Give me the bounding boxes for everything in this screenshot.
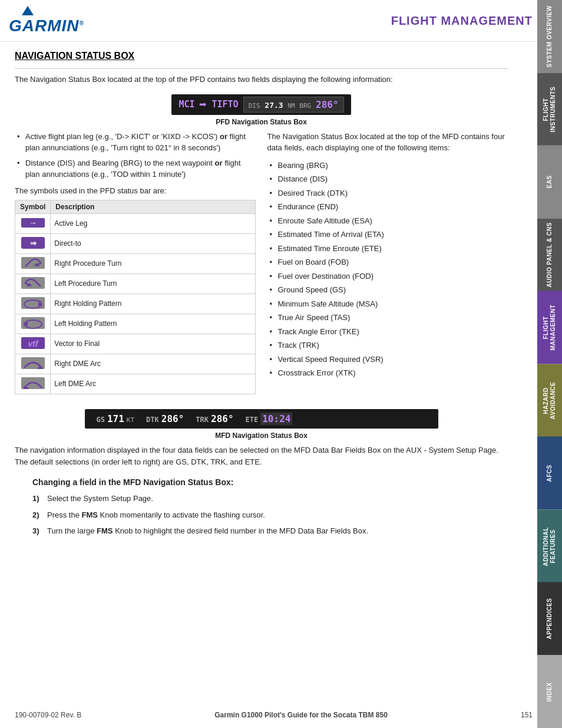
garmin-wordmark: GARMIN® [9,17,84,35]
sidebar-item-flight-management[interactable]: FLIGHT MANAGEMENT [537,291,562,364]
table-row: vtf Vector to Final [15,334,256,354]
sidebar-item-label: FLIGHT INSTRUMENTS [543,77,557,143]
table-row: Left Holding Pattern [15,314,256,334]
step-number: 3) [32,525,44,537]
sidebar-item-label: INDEX [546,682,553,701]
description-cell: Right Procedure Turn [51,253,255,274]
list-item: Estimated Time Enroute (ETE) [267,243,508,255]
step-item: 2) Press the FMS Knob momentarily to act… [32,509,508,521]
description-cell: Left DME Arc [51,374,255,394]
garmin-triangle-icon [22,6,34,15]
sidebar-item-label: APPENDICES [546,598,553,640]
symbol-cell [15,253,51,274]
two-column-section: Active flight plan leg (e.g., 'D-> KICT'… [15,131,508,400]
garmin-logo: GARMIN® [9,6,84,35]
list-item: Desired Track (DTK) [267,187,508,199]
right-dme-arc-icon [21,356,45,370]
main-content: NAVIGATION STATUS BOX The Navigation Sta… [0,42,537,551]
sidebar-item-additional-features[interactable]: ADDITIONAL FEATURES [537,510,562,583]
step-item: 3) Turn the large FMS Knob to highlight … [32,525,508,537]
sidebar-item-flight-instruments[interactable]: FLIGHT INSTRUMENTS [537,73,562,146]
table-row: Left Procedure Turn [15,274,256,294]
step-text: Press the FMS Knob momentarily to activa… [47,509,265,521]
mfd-trk-field: TRK 286° [196,413,233,424]
pfd-dis-unit: NM [287,103,295,109]
footer-page-number: 151 [521,711,533,719]
list-item: Track (TRK) [267,340,508,351]
steps-list: 1) Select the System Setup Page. 2) Pres… [32,493,508,537]
mfd-dtk-label: DTK [146,416,159,424]
symbol-cell: → [15,213,51,233]
steps-title: Changing a field in the MFD Navigation S… [32,477,508,487]
pfd-origin: MCI [178,99,194,110]
description-cell: Right Holding Pattern [51,294,255,314]
right-holding-icon [21,296,45,310]
step-number: 2) [32,509,44,521]
step-number: 1) [32,493,44,505]
sidebar-item-hazard-avoidance[interactable]: HAZARD AVOIDANCE [537,364,562,437]
list-item: Distance (DIS) and Bearing (BRG) to the … [15,157,256,180]
list-item: Endurance (END) [267,201,508,213]
sidebar-item-eas[interactable]: EAS [537,146,562,219]
list-item: Track Angle Error (TKE) [267,326,508,338]
list-item: Vertical Speed Required (VSR) [267,354,508,365]
direct-to-icon: ⇒ [21,236,45,250]
right-proc-turn-icon [21,256,45,270]
pfd-nav-display: MCI ➡ TIFTO DIS 27.3 NM BRG 286° [171,94,351,115]
left-dme-arc-icon [21,376,45,390]
list-item: Minimum Safe Altitude (MSA) [267,298,508,310]
pfd-brg-value: 286° [316,99,339,110]
sidebar-item-appendices[interactable]: APPENDICES [537,582,562,655]
description-cell: Active Leg [51,213,255,233]
sidebar-item-system-overview[interactable]: SYSTEM OVERVIEW [537,0,562,73]
page-header: GARMIN® FLIGHT MANAGEMENT [0,0,562,42]
step-text: Turn the large FMS Knob to highlight the… [47,525,368,537]
sidebar-item-afcs[interactable]: AFCS [537,437,562,510]
symbol-cell: vtf [15,334,51,354]
table-row: ⇒ Direct-to [15,233,256,253]
description-cell: Direct-to [51,233,255,253]
sidebar-item-label: SYSTEM OVERVIEW [546,5,553,67]
mfd-dtk-value: 286° [161,413,184,424]
left-holding-icon [21,316,45,330]
bottom-paragraph: The navigation information displayed in … [15,444,508,469]
page-section-title: FLIGHT MANAGEMENT [391,14,533,28]
table-row: Right DME Arc [15,354,256,374]
sidebar-item-index[interactable]: INDEX [537,655,562,729]
mfd-trk-value: 286° [211,413,234,424]
list-item: True Air Speed (TAS) [267,312,508,324]
description-cell: Vector to Final [51,334,255,354]
symbol-cell: ⇒ [15,233,51,253]
sidebar-item-audio-panel[interactable]: AUDIO PANEL & CNS [537,219,562,292]
mfd-gs-label: GS [97,416,105,424]
list-item: Distance (DIS) [267,173,508,185]
list-item: Enroute Safe Altitude (ESA) [267,215,508,227]
description-cell: Left Holding Pattern [51,314,255,334]
left-bullet-list: Active flight plan leg (e.g., 'D-> KICT'… [15,131,256,180]
left-proc-turn-icon [21,276,45,290]
symbols-intro: The symbols used in the PFD status bar a… [15,186,256,195]
table-header-symbol: Symbol [15,200,51,213]
sidebar-item-label: AUDIO PANEL & CNS [546,222,553,287]
sidebar-item-label: AFCS [546,465,553,482]
section-divider [15,68,508,69]
right-column: The Navigation Status Box located at the… [267,131,508,400]
list-item: Active flight plan leg (e.g., 'D-> KICT'… [15,131,256,154]
right-col-intro: The Navigation Status Box located at the… [267,131,508,154]
section-title: NAVIGATION STATUS BOX [15,51,508,61]
active-leg-icon: → [21,216,45,230]
sidebar-item-label: ADDITIONAL FEATURES [543,513,557,579]
description-cell: Left Procedure Turn [51,274,255,294]
sidebar-item-label: FLIGHT MANAGEMENT [543,295,557,361]
pfd-destination: TIFTO [211,99,238,110]
svg-text:vtf: vtf [28,339,38,348]
table-row: Left DME Arc [15,374,256,394]
mfd-ete-label: ETE [246,416,259,424]
list-item: Fuel over Destination (FOD) [267,271,508,282]
list-item: Crosstrack Error (XTK) [267,367,508,379]
svg-text:→: → [29,218,37,228]
description-cell: Right DME Arc [51,354,255,374]
step-item: 1) Select the System Setup Page. [32,493,508,505]
left-column: Active flight plan leg (e.g., 'D-> KICT'… [15,131,256,400]
pfd-brg-label: BRG [299,102,311,110]
